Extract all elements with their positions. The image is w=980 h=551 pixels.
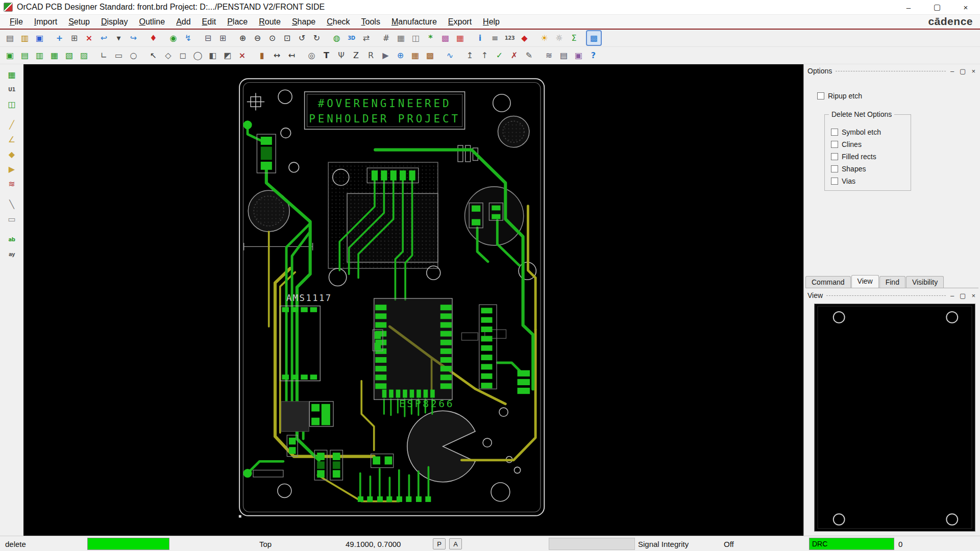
clipboard-reject-icon[interactable]: ✗ [507, 48, 521, 62]
wrench-tool-icon[interactable]: ╱ [5, 118, 19, 132]
zoom-fit-icon[interactable]: ⊡ [280, 31, 294, 45]
menu-edit[interactable]: Edit [197, 16, 222, 28]
pin-icon[interactable]: ♦ [146, 31, 160, 45]
export-spreadsheet-icon[interactable]: Σ [567, 31, 581, 45]
tab-command[interactable]: Command [805, 276, 851, 288]
redo-icon[interactable]: ↪ [127, 31, 140, 45]
shape-edit-icon[interactable]: * [424, 31, 437, 45]
color-layers-icon[interactable]: ▦ [453, 31, 467, 45]
option-vias[interactable]: Vias [831, 177, 911, 185]
view-3d-icon[interactable]: 3D [345, 31, 358, 45]
view-minimize-icon[interactable]: – [949, 292, 955, 299]
waive-drc-icon[interactable]: ◆ [518, 31, 531, 45]
line-tool-icon[interactable]: ╲ [5, 197, 19, 211]
stackup-icon[interactable]: ≋ [5, 177, 19, 191]
find-123-icon[interactable]: 123 [503, 31, 517, 45]
minimize-button[interactable]: – [894, 0, 923, 14]
option-clines[interactable]: Clines [831, 140, 911, 148]
flip-design-icon[interactable]: ⇄ [359, 31, 373, 45]
visibility-layer-e-icon[interactable]: ▧ [62, 48, 76, 62]
ripup-etch-icon[interactable]: ▩ [587, 31, 601, 45]
ripup-etch-option[interactable]: Ripup etch [817, 92, 980, 100]
menu-manufacture[interactable]: Manufacture [386, 16, 443, 28]
padstack-editor-icon[interactable]: ◫ [409, 31, 423, 45]
image-export-icon[interactable]: ▣ [572, 48, 585, 62]
new-file-icon[interactable]: ▤ [3, 31, 17, 45]
zoom-points-icon[interactable]: ⊙ [265, 31, 279, 45]
option-clines-checkbox[interactable] [831, 141, 838, 148]
clipboard-check-icon[interactable]: ✓ [493, 48, 506, 62]
zoom-in-icon[interactable]: ⊕ [236, 31, 250, 45]
panel-grip[interactable] [826, 295, 946, 296]
visibility-layer-a-icon[interactable]: ▣ [3, 48, 17, 62]
info-icon[interactable]: i [473, 31, 487, 45]
color-form-icon[interactable]: ▩ [438, 31, 452, 45]
world-view-icon[interactable]: ◍ [330, 31, 344, 45]
option-symbol-etch-checkbox[interactable] [831, 129, 838, 136]
component-u1-icon[interactable]: U1 [5, 83, 19, 96]
zoom-out-icon[interactable]: ⊖ [251, 31, 264, 45]
menu-file[interactable]: File [4, 16, 29, 28]
menu-help[interactable]: Help [477, 16, 505, 28]
options-close-icon[interactable]: × [970, 67, 976, 75]
move-icon[interactable]: + [53, 31, 66, 45]
grid-copper-a-icon[interactable]: ▦ [408, 48, 422, 62]
text-edit-icon[interactable]: ay [5, 247, 19, 261]
pick-grid-button[interactable]: P [433, 538, 446, 549]
select-polygon-icon[interactable]: ◇ [161, 48, 175, 62]
options-float-icon[interactable]: ▢ [959, 67, 967, 75]
menu-check[interactable]: Check [321, 16, 355, 28]
view-close-icon[interactable]: × [970, 292, 976, 299]
padstack-browser-icon[interactable]: ◫ [5, 97, 19, 111]
world-zoom-icon[interactable]: ◉ [166, 31, 180, 45]
play-arrow-icon[interactable]: ▶ [5, 162, 19, 176]
zoom-command-icon[interactable]: Z [349, 48, 363, 62]
design-browser-icon[interactable]: ▦ [5, 68, 19, 82]
select-rect-icon[interactable]: ◻ [176, 48, 190, 62]
save-file-icon[interactable]: ▣ [33, 31, 46, 45]
undo-icon[interactable]: ↩ [97, 31, 111, 45]
clipboard-up-icon[interactable]: ↑ [478, 48, 492, 62]
select-shape-icon[interactable]: ◧ [206, 48, 219, 62]
rect-tool-icon[interactable]: ▭ [5, 212, 19, 226]
menu-setup[interactable]: Setup [63, 16, 95, 28]
pad-tool-icon[interactable]: ▮ [255, 48, 269, 62]
menu-add[interactable]: Add [170, 16, 196, 28]
odb-export-icon[interactable]: ◎ [305, 48, 318, 62]
add-rect-icon[interactable]: ▭ [112, 48, 126, 62]
grid-settings-icon[interactable]: ▦ [394, 31, 408, 45]
design-canvas[interactable]: #OVERENGINEERED PENHOLDER PROJECT [23, 64, 803, 536]
text-tool-icon[interactable]: T [320, 48, 333, 62]
close-button[interactable]: × [951, 0, 980, 14]
visibility-layer-f-icon[interactable]: ▨ [77, 48, 91, 62]
measure-icon[interactable]: ↔ [270, 48, 284, 62]
angle-measure-icon[interactable]: ∠ [5, 133, 19, 146]
add-circle-icon[interactable]: ○ [127, 48, 140, 62]
window-cascade-icon[interactable]: ⊟ [201, 31, 215, 45]
visibility-layer-b-icon[interactable]: ▤ [18, 48, 32, 62]
visibility-layer-c-icon[interactable]: ▥ [33, 48, 46, 62]
option-filled-rects-checkbox[interactable] [831, 153, 838, 160]
grid-copper-b-icon[interactable]: ▩ [423, 48, 437, 62]
delete-icon[interactable]: × [82, 31, 96, 45]
help-icon[interactable]: ? [586, 48, 600, 62]
edit-pencil-icon[interactable]: ✎ [522, 48, 536, 62]
properties-icon[interactable]: ≡ [488, 31, 502, 45]
visibility-layer-d-icon[interactable]: ▦ [47, 48, 61, 62]
snap-target-icon[interactable]: ⊕ [394, 48, 407, 62]
add-line-icon[interactable]: ∟ [97, 48, 111, 62]
menu-tools[interactable]: Tools [356, 16, 386, 28]
select-pointer-icon[interactable]: ↖ [146, 48, 160, 62]
design-audit-icon[interactable]: Ψ [334, 48, 348, 62]
option-shapes-checkbox[interactable] [831, 165, 838, 172]
shadow-icon[interactable]: ☼ [552, 31, 566, 45]
shape-slant-icon[interactable]: ◩ [220, 48, 234, 62]
tab-find[interactable]: Find [879, 276, 905, 288]
copy-icon[interactable]: ⊞ [67, 31, 81, 45]
menu-export[interactable]: Export [443, 16, 477, 28]
menu-route[interactable]: Route [253, 16, 286, 28]
vertex-delete-icon[interactable]: × [235, 48, 249, 62]
undo-more-icon[interactable]: ▾ [112, 31, 126, 45]
ripup-etch-checkbox[interactable] [817, 92, 824, 99]
maximize-button[interactable]: ▢ [923, 0, 951, 14]
